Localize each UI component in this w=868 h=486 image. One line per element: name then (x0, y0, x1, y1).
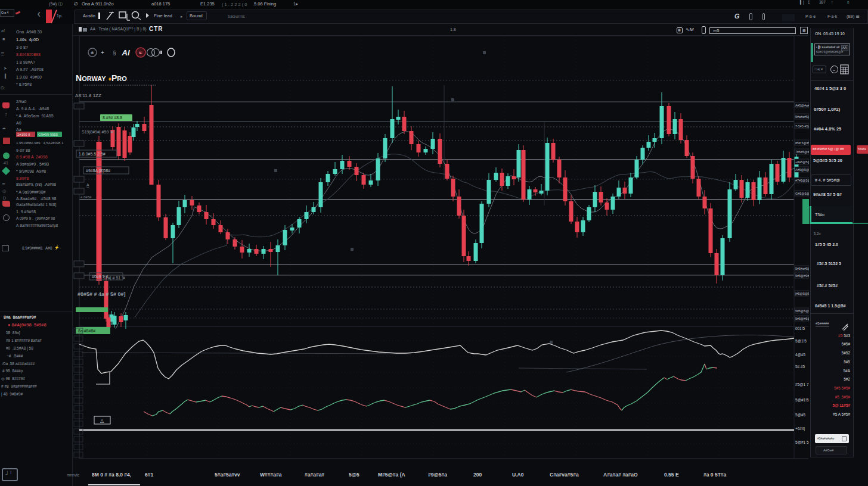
svg-text:AS’11.8 1ZZ: AS’11.8 1ZZ (75, 93, 101, 98)
svg-text:1.8.0#5.5 2.5#: 1.8.0#5.5 2.5# (79, 152, 106, 156)
svg-text:#0#5# # 4a # 5# 0#]: #0#5# # 4a # 5# 0#] (78, 291, 126, 297)
svg-text:8a #8#8#: 8a #8#8# (78, 329, 95, 333)
svg-text:5@1!5: 5@1!5 (795, 339, 807, 343)
svg-text:NORWAY ♦PRO: NORWAY ♦PRO (76, 73, 127, 83)
svg-text:#5@1 7: #5@1 7 (795, 382, 809, 387)
svg-text:4.8#8#: 4.8#8# (80, 195, 92, 199)
svg-text:△: △ (100, 418, 104, 423)
svg-text:S19|8#9#| #59 ’#: S19|8#9#| #59 ’# (82, 130, 113, 135)
svg-text:A̲: A̲ (86, 183, 89, 188)
svg-text:✱: ✱ (91, 51, 94, 55)
svg-text:5@#1 5: 5@#1 5 (795, 440, 809, 444)
svg-text:Al: Al (122, 48, 130, 57)
svg-text:5#.#5: 5#.#5 (795, 364, 805, 369)
svg-text:5@#5: 5@#5 (795, 413, 806, 417)
svg-text:8.#9# #8.8: 8.#9# #8.8 (103, 116, 122, 120)
svg-text:+: + (101, 49, 104, 56)
svg-text:#9#8A [8]58#: #9#8A [8]58# (86, 169, 110, 173)
svg-text:4@#5: 4@#5 (795, 353, 806, 357)
svg-text:+6#4|: +6#4| (795, 426, 805, 431)
svg-text:#0#9 ? 4: #0#9 ? 4 (92, 275, 108, 279)
svg-text:5@#1!5: 5@#1!5 (795, 398, 809, 402)
svg-text:☯: ☯ (139, 51, 142, 55)
svg-text:§: § (113, 50, 116, 56)
svg-text:001!5: 001!5 (795, 326, 805, 331)
